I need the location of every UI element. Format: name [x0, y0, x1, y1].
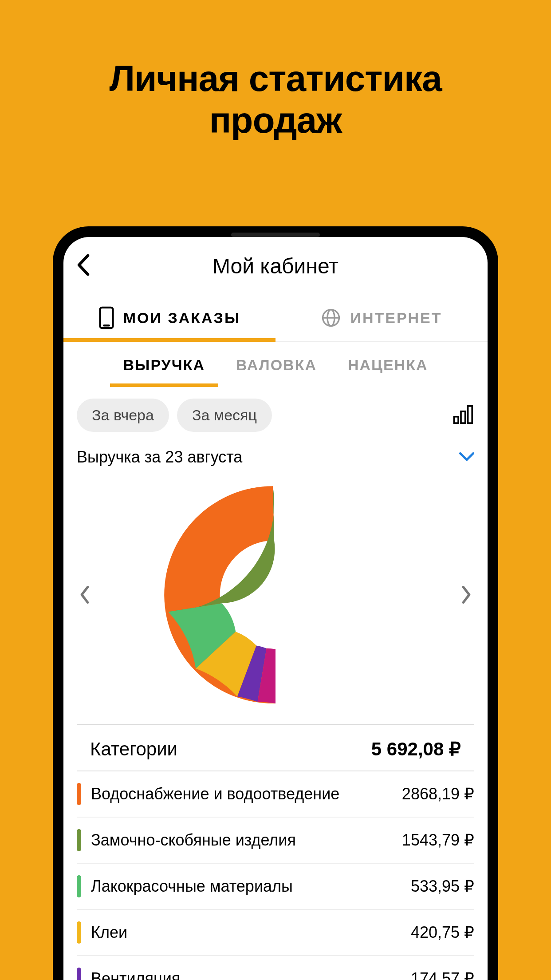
- list-item[interactable]: Клеи420,75 ₽: [77, 910, 474, 956]
- main-tabs: МОИ ЗАКАЗЫ ИНТЕРНЕТ: [63, 295, 488, 342]
- subtab-gross[interactable]: ВАЛОВКА: [232, 343, 321, 387]
- phone-speaker: [231, 233, 320, 237]
- chip-yesterday-label: За вчера: [92, 407, 154, 423]
- donut-chart: [162, 482, 389, 708]
- tab-my-orders[interactable]: МОИ ЗАКАЗЫ: [63, 295, 276, 341]
- category-value: 2868,19 ₽: [402, 785, 474, 803]
- totals-value: 5 692,08 ₽: [371, 738, 461, 760]
- chart-prev-button[interactable]: [72, 582, 97, 607]
- category-name: Замочно-скобяные изделия: [91, 831, 392, 850]
- chevron-right-icon: [461, 586, 472, 604]
- svg-rect-6: [461, 411, 465, 423]
- category-name: Лакокрасочные материалы: [91, 877, 401, 896]
- svg-rect-5: [454, 416, 458, 423]
- category-swatch: [77, 829, 81, 851]
- totals-row: Категории 5 692,08 ₽: [77, 724, 474, 771]
- section-header[interactable]: Выручка за 23 августа: [63, 438, 488, 470]
- tab-internet[interactable]: ИНТЕРНЕТ: [276, 295, 488, 341]
- promo-title: Личная статистика продаж: [0, 0, 551, 142]
- chip-month[interactable]: За месяц: [177, 399, 272, 432]
- category-swatch: [77, 783, 81, 805]
- svg-rect-7: [468, 406, 472, 423]
- sub-tabs: ВЫРУЧКА ВАЛОВКА НАЦЕНКА: [63, 342, 488, 388]
- category-value: 420,75 ₽: [411, 923, 474, 942]
- category-list: Водоснабжение и водоотведение2868,19 ₽За…: [63, 771, 488, 980]
- totals-label: Категории: [90, 739, 177, 760]
- category-name: Клеи: [91, 923, 401, 942]
- bar-chart-toggle[interactable]: [453, 405, 474, 426]
- category-value: 174,57 ₽: [411, 969, 474, 980]
- chip-yesterday[interactable]: За вчера: [77, 399, 169, 432]
- chart-area: [63, 470, 488, 724]
- header: Мой кабинет: [63, 237, 488, 295]
- tab-internet-label: ИНТЕРНЕТ: [350, 309, 442, 327]
- app-screen: Мой кабинет МОИ ЗАКАЗЫ ИНТЕРНЕТ: [63, 237, 488, 980]
- subtab-gross-label: ВАЛОВКА: [236, 356, 317, 373]
- subtab-markup-label: НАЦЕНКА: [348, 356, 428, 373]
- chip-month-label: За месяц: [192, 407, 257, 423]
- page-title: Мой кабинет: [213, 254, 338, 278]
- globe-icon: [321, 308, 341, 328]
- subtab-revenue[interactable]: ВЫРУЧКА: [119, 343, 209, 387]
- bar-chart-icon: [453, 405, 474, 424]
- chevron-down-icon: [459, 452, 474, 462]
- category-value: 533,95 ₽: [411, 877, 474, 896]
- subtab-revenue-label: ВЫРУЧКА: [123, 356, 205, 373]
- list-item[interactable]: Водоснабжение и водоотведение2868,19 ₽: [77, 771, 474, 818]
- date-filter-row: За вчера За месяц: [63, 388, 488, 438]
- category-value: 1543,79 ₽: [402, 831, 474, 850]
- chevron-left-icon: [79, 586, 90, 604]
- category-swatch: [77, 875, 81, 897]
- promo-title-line2: продаж: [209, 100, 342, 140]
- list-item[interactable]: Лакокрасочные материалы533,95 ₽: [77, 864, 474, 910]
- subtab-markup[interactable]: НАЦЕНКА: [343, 343, 432, 387]
- promo-title-line1: Личная статистика: [109, 58, 441, 99]
- category-name: Вентиляция: [91, 969, 401, 980]
- section-header-label: Выручка за 23 августа: [77, 448, 242, 466]
- phone-icon: [98, 306, 114, 329]
- list-item[interactable]: Вентиляция174,57 ₽: [77, 956, 474, 980]
- chevron-left-icon: [77, 254, 90, 276]
- phone-frame: Мой кабинет МОИ ЗАКАЗЫ ИНТЕРНЕТ: [53, 226, 498, 980]
- chart-next-button[interactable]: [454, 582, 479, 607]
- category-name: Водоснабжение и водоотведение: [91, 785, 392, 803]
- category-swatch: [77, 921, 81, 944]
- tab-my-orders-label: МОИ ЗАКАЗЫ: [123, 309, 240, 327]
- back-button[interactable]: [77, 254, 90, 277]
- category-swatch: [77, 968, 81, 980]
- list-item[interactable]: Замочно-скобяные изделия1543,79 ₽: [77, 818, 474, 864]
